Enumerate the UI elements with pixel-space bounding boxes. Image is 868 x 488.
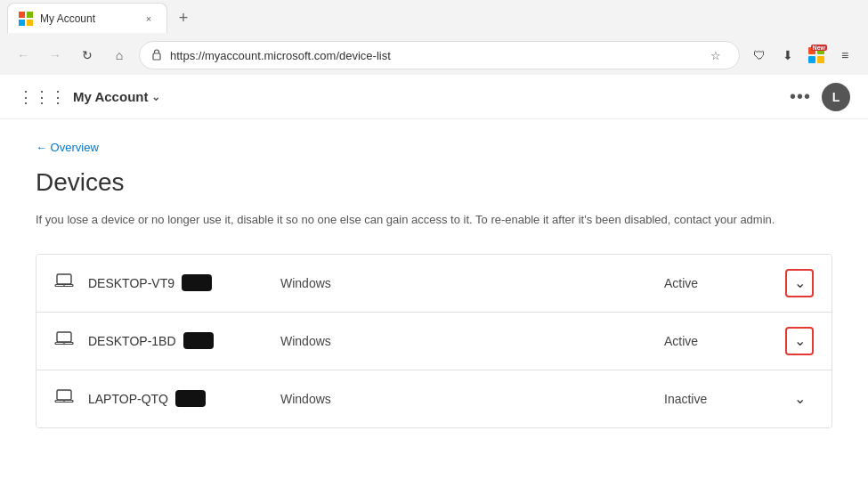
table-row: DESKTOP-1BD██ Windows Active ⌄ <box>37 313 831 370</box>
new-badge: New <box>811 45 827 51</box>
address-field[interactable]: https://myaccount.microsoft.com/device-l… <box>139 41 740 69</box>
favorites-icon[interactable]: ☆ <box>703 43 728 68</box>
device-status: Active <box>664 276 771 290</box>
device-status: Active <box>664 334 771 348</box>
device-status: Inactive <box>664 392 771 406</box>
app-launcher-icon[interactable]: ⋮⋮⋮ <box>18 87 66 107</box>
device-os: Windows <box>280 334 650 348</box>
svg-rect-9 <box>57 274 71 284</box>
device-name-prefix: LAPTOP-QTQ <box>88 392 168 406</box>
top-nav: ⋮⋮⋮ My Account ⌄ ••• L <box>0 75 868 119</box>
top-nav-left: ⋮⋮⋮ My Account ⌄ <box>18 87 160 107</box>
device-os: Windows <box>280 392 650 406</box>
svg-rect-15 <box>57 390 71 400</box>
edge-extension-icon[interactable]: New <box>804 43 829 68</box>
app-name[interactable]: My Account ⌄ <box>73 89 160 104</box>
browser-chrome: My Account × + ← → ↻ ⌂ https://myaccount… <box>0 0 868 75</box>
page-content: ⋮⋮⋮ My Account ⌄ ••• L ← Overview Device… <box>0 75 868 488</box>
svg-rect-7 <box>808 56 815 63</box>
shield-icon[interactable]: 🛡 <box>747 43 772 68</box>
active-tab[interactable]: My Account × <box>7 3 167 33</box>
tab-bar: My Account × + <box>0 0 868 36</box>
device-expand-button[interactable]: ⌄ <box>785 327 814 355</box>
description-text: If you lose a device or no longer use it… <box>36 211 832 229</box>
device-icon <box>54 329 74 353</box>
tab-favicon <box>19 12 33 26</box>
svg-rect-2 <box>19 20 25 26</box>
refresh-button[interactable]: ↻ <box>75 43 100 68</box>
download-icon[interactable]: ⬇ <box>775 43 800 68</box>
new-tab-button[interactable]: + <box>171 5 196 30</box>
tab-close-button[interactable]: × <box>142 12 156 26</box>
device-os: Windows <box>280 276 650 290</box>
home-button[interactable]: ⌂ <box>107 43 132 68</box>
svg-rect-0 <box>19 12 25 18</box>
device-name: LAPTOP-QTQ██ <box>88 390 266 407</box>
device-expand-button[interactable]: ⌄ <box>785 385 814 413</box>
svg-rect-12 <box>57 332 71 342</box>
back-button[interactable]: ← <box>11 43 36 68</box>
forward-button[interactable]: → <box>43 43 68 68</box>
device-name: DESKTOP-1BD██ <box>88 332 266 349</box>
browser-right-icons: 🛡 ⬇ New ≡ <box>747 43 857 68</box>
tab-title: My Account <box>40 12 134 25</box>
device-name: DESKTOP-VT9██ <box>88 274 266 291</box>
device-name-redacted: ██ <box>183 332 214 349</box>
secure-icon <box>150 48 163 63</box>
device-expand-button[interactable]: ⌄ <box>785 269 814 297</box>
svg-rect-4 <box>153 53 160 60</box>
main-content: ← Overview Devices If you lose a device … <box>0 119 868 450</box>
address-bar-row: ← → ↻ ⌂ https://myaccount.microsoft.com/… <box>0 36 868 75</box>
url-text: https://myaccount.microsoft.com/device-l… <box>170 49 696 62</box>
svg-rect-1 <box>27 12 33 18</box>
topnav-more-button[interactable]: ••• <box>790 86 811 107</box>
device-icon <box>54 271 74 295</box>
back-link[interactable]: ← Overview <box>36 141 832 154</box>
user-avatar[interactable]: L <box>822 83 850 111</box>
device-name-redacted: ██ <box>175 390 206 407</box>
svg-rect-8 <box>817 56 824 63</box>
page-title: Devices <box>36 168 832 197</box>
app-name-chevron: ⌄ <box>151 91 160 103</box>
svg-rect-3 <box>27 20 33 26</box>
app-name-text: My Account <box>73 89 148 104</box>
device-icon <box>54 386 74 411</box>
device-list: DESKTOP-VT9██ Windows Active ⌄ DESKTOP-1… <box>36 254 832 428</box>
table-row: LAPTOP-QTQ██ Windows Inactive ⌄ <box>37 370 831 427</box>
top-nav-right: ••• L <box>790 83 850 111</box>
table-row: DESKTOP-VT9██ Windows Active ⌄ <box>37 255 831 313</box>
device-name-prefix: DESKTOP-VT9 <box>88 276 174 290</box>
device-name-prefix: DESKTOP-1BD <box>88 334 176 348</box>
device-name-redacted: ██ <box>182 274 212 291</box>
more-menu-button[interactable]: ≡ <box>832 43 857 68</box>
